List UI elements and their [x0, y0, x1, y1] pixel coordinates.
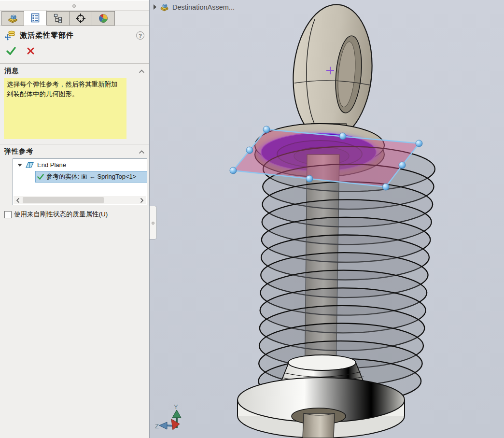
tab-configurationmanager[interactable]	[47, 11, 70, 26]
expand-arrow-icon[interactable]	[17, 163, 22, 167]
graphics-area[interactable]: Y Z DestinationAssem...	[150, 0, 504, 438]
manager-tab-strip	[0, 11, 149, 26]
collapse-message-button[interactable]	[139, 67, 145, 75]
message-header-label: 消息	[4, 67, 19, 75]
plane-handle[interactable]	[416, 140, 422, 147]
triad-y-label: Y	[174, 403, 178, 410]
tree-horizontal-scrollbar[interactable]	[14, 196, 146, 204]
ok-check-icon	[6, 47, 16, 55]
plane-handle[interactable]	[230, 167, 237, 174]
panel-top-splitter[interactable]	[0, 0, 149, 11]
chevron-up-icon	[139, 150, 145, 154]
splitter-grip-dot	[152, 222, 154, 225]
scrollbar-thumb[interactable]	[23, 197, 104, 203]
tree-item-label: 参考的实体: 面 ← SpringTop<1>	[46, 172, 136, 181]
panel-splitter-handle[interactable]	[150, 206, 157, 240]
flexible-component-icon	[5, 30, 16, 41]
property-manager-icon	[30, 13, 41, 23]
scroll-right-button[interactable]	[138, 196, 146, 204]
plane-handle[interactable]	[246, 147, 253, 154]
property-manager-panel: 激活柔性零部件 ? 消息	[0, 0, 150, 438]
tab-propertymanager[interactable]	[24, 10, 47, 26]
cancel-x-icon	[27, 47, 34, 55]
ok-check-icon	[37, 174, 44, 180]
plane-handle[interactable]	[399, 162, 406, 169]
flyout-feature-tree[interactable]: DestinationAssem...	[153, 2, 235, 12]
mass-properties-checkbox-row[interactable]: 使用来自刚性状态的质量属性(U)	[4, 210, 149, 219]
tree-item-label: End Plane	[37, 161, 66, 169]
message-box: 选择每个弹性参考，然后将其重新附加到装配体中的几何图形。	[4, 78, 126, 139]
refs-section-header: 弹性参考	[0, 144, 149, 158]
solidworks-window: 激活柔性零部件 ? 消息	[0, 0, 504, 438]
scroll-left-button[interactable]	[14, 196, 22, 204]
assembly-icon	[160, 2, 169, 12]
chevron-up-icon	[139, 70, 145, 73]
plane-handle[interactable]	[382, 184, 389, 190]
cancel-button[interactable]	[25, 46, 36, 56]
display-manager-icon	[98, 13, 109, 24]
plane-handle[interactable]	[263, 126, 270, 133]
assembly-name-label[interactable]: DestinationAssem...	[172, 3, 235, 11]
plane-handle[interactable]	[306, 175, 313, 182]
plane-icon	[26, 161, 34, 169]
tree-item-end-plane[interactable]: End Plane	[13, 159, 147, 171]
chevron-left-icon	[16, 198, 20, 203]
ok-button[interactable]	[6, 46, 16, 56]
message-section-header: 消息	[0, 64, 149, 78]
splitter-grip-dot	[72, 4, 76, 8]
tree-item-referenced-entity[interactable]: 参考的实体: 面 ← SpringTop<1>	[35, 171, 147, 183]
dimxpert-icon	[75, 13, 86, 24]
checkbox-label: 使用来自刚性状态的质量属性(U)	[14, 210, 108, 219]
triad-z-label: Z	[155, 423, 159, 430]
model-tree-icon	[8, 13, 18, 24]
expand-tree-arrow-icon[interactable]	[153, 4, 157, 10]
chevron-right-icon	[140, 198, 144, 203]
flexible-references-tree: End Plane 参考的实体: 面 ← SpringTop<1>	[13, 158, 147, 205]
collapse-refs-button[interactable]	[139, 147, 145, 156]
tab-dimxpertmanager[interactable]	[70, 11, 92, 26]
configurations-icon	[53, 13, 63, 24]
tab-featuremanager-tree[interactable]	[1, 11, 24, 26]
refs-header-label: 弹性参考	[4, 147, 33, 156]
plane-handle[interactable]	[339, 133, 346, 140]
tab-displaymanager[interactable]	[92, 11, 115, 26]
help-icon[interactable]: ?	[136, 31, 144, 40]
checkbox[interactable]	[4, 211, 12, 218]
3d-model-canvas[interactable]: Y Z	[150, 0, 504, 438]
panel-title: 激活柔性零部件	[20, 31, 74, 40]
panel-header: 激活柔性零部件 ?	[0, 26, 149, 61]
